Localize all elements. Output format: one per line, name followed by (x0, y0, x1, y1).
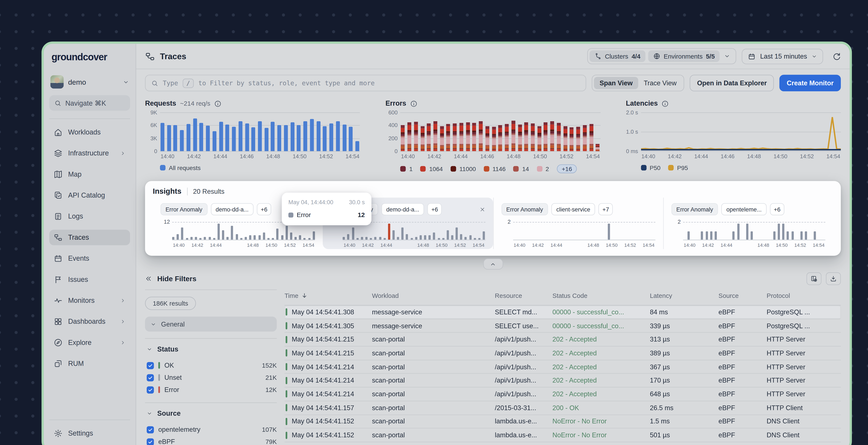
stacked-bar (440, 126, 444, 151)
environments-chip[interactable]: Environments 5/5 (648, 51, 720, 62)
sidebar-item-infrastructure[interactable]: Infrastructure (49, 146, 130, 161)
insight-more-chip[interactable]: +7 (598, 203, 613, 215)
table-row[interactable]: May 04 14:54:41.152scan-portallambda.us-… (284, 442, 841, 445)
sidebar-item-settings[interactable]: Settings (49, 426, 130, 441)
filter-search-input[interactable]: Type / to Filter by status, role, event … (145, 75, 586, 91)
checkbox-checked[interactable] (147, 426, 154, 433)
clusters-chip[interactable]: Clusters 4/4 (589, 51, 645, 62)
insight-more-chip[interactable]: +6 (428, 203, 442, 215)
insight-type-chip[interactable]: Error Anomaly (161, 203, 208, 215)
insight-value-chip[interactable]: client-service (551, 203, 595, 215)
cell-workload: scan-portal (372, 363, 495, 371)
sidebar-item-logs[interactable]: Logs (49, 209, 130, 224)
table-row[interactable]: May 04 14:54:41.305message-serviceSELECT… (284, 319, 841, 333)
span-view-tab[interactable]: Span View (594, 77, 638, 89)
sidebar-item-monitors[interactable]: Monitors (49, 293, 130, 308)
insight-value-chip[interactable]: demo-dd-a... (381, 203, 424, 215)
table-row[interactable]: May 04 14:54:41.152scan-portallambda.us-… (284, 415, 841, 428)
workspace-switcher[interactable]: demo (51, 75, 129, 89)
sidebar-item-explore[interactable]: Explore (49, 335, 130, 350)
sort-descending-icon[interactable] (301, 292, 308, 299)
sidebar-divider (49, 119, 130, 119)
insight-card[interactable]: Error Anomalyclient-service+7214:4014:42… (493, 198, 663, 249)
minichart-max-label: 2 (501, 219, 511, 237)
sidebar-item-label: Explore (68, 339, 92, 346)
minichart-bar (460, 234, 462, 240)
minichart-x-tick (228, 243, 241, 248)
insight-value-chip[interactable]: demo-dd-a... (211, 203, 254, 215)
table-row[interactable]: May 04 14:54:41.214scan-portal/api/v1/pu… (284, 387, 841, 401)
cell-latency: 367 µs (650, 363, 718, 371)
toolbar: Type / to Filter by status, role, event … (136, 69, 850, 93)
column-header-protocol[interactable]: Protocol (767, 292, 841, 299)
scope-selector[interactable]: Clusters 4/4 Environments 5/5 (587, 48, 737, 64)
checkbox-checked[interactable] (147, 362, 154, 369)
column-header-source[interactable]: Source (718, 292, 767, 299)
insight-more-chip[interactable]: +6 (257, 203, 271, 215)
sidebar-item-label: Traces (68, 233, 89, 241)
errors-chart-header: Errors (385, 100, 600, 107)
minichart-bar (456, 227, 458, 239)
x-tick: 14:42 (668, 153, 682, 159)
sidebar-item-traces[interactable]: Traces (49, 230, 130, 245)
x-tick: 14:44 (454, 153, 468, 159)
table-row[interactable]: May 04 14:54:41.152scan-portallambda.us-… (284, 428, 841, 442)
insight-type-chip[interactable]: Error Anomaly (671, 203, 718, 215)
column-header-time[interactable]: Time (284, 292, 372, 299)
table-row[interactable]: May 04 14:54:41.215scan-portal/api/v1/pu… (284, 333, 841, 347)
sidebar-item-api-catalog[interactable]: API Catalog (49, 188, 130, 203)
sidebar-item-rum[interactable]: RUM (49, 356, 130, 371)
minichart-bar (424, 235, 426, 240)
table-row[interactable]: May 04 14:54:41.308message-serviceSELECT… (284, 306, 841, 319)
download-button[interactable] (826, 273, 841, 285)
checkbox-checked[interactable] (147, 386, 154, 393)
table-row[interactable]: May 04 14:54:41.215scan-portal/api/v1/pu… (284, 347, 841, 360)
filter-section-status[interactable]: Status (145, 345, 277, 353)
compass-icon (54, 338, 62, 347)
sidebar-item-workloads[interactable]: Workloads (49, 124, 130, 140)
minichart-bar (800, 231, 802, 240)
filters-panel: 186K results General StatusOK152KUnset21… (145, 290, 277, 445)
navigate-search[interactable]: Navigate ⌘K (49, 95, 130, 110)
insight-value-chip[interactable]: openteleme... (721, 203, 767, 215)
sidebar-item-dashboards[interactable]: Dashboards (49, 314, 130, 329)
minichart-max-label: 12 (161, 219, 170, 237)
x-tick: 14:50 (293, 153, 307, 159)
environments-label: Environments (664, 53, 703, 59)
x-tick: 14:52 (800, 153, 814, 159)
workspace-name: demo (68, 78, 86, 86)
filter-group-general[interactable]: General (145, 317, 277, 332)
table-row[interactable]: May 04 14:54:41.214scan-portal/api/v1/pu… (284, 360, 841, 374)
chevron-right-icon (120, 319, 126, 324)
checkbox-checked[interactable] (147, 374, 154, 381)
y-tick: 0 (395, 148, 398, 154)
table-row[interactable]: May 04 14:54:41.157scan-portal/2015-03-3… (284, 401, 841, 415)
sidebar-item-issues[interactable]: Issues (49, 272, 130, 287)
insight-card[interactable]: Error Anomalyopenteleme...+6214:4014:421… (663, 198, 833, 249)
refresh-button[interactable] (832, 52, 841, 61)
add-column-button[interactable] (806, 273, 822, 285)
insight-more-chip[interactable]: +6 (770, 203, 784, 215)
table-row[interactable]: May 04 14:54:41.214scan-portal/api/v1/pu… (284, 374, 841, 387)
legend-item: P95 (668, 164, 688, 171)
sidebar-item-events[interactable]: Events (49, 251, 130, 266)
create-monitor-button[interactable]: Create Monitor (779, 75, 841, 91)
legend-more-badge[interactable]: +16 (557, 164, 577, 173)
cell-latency: 501 µs (650, 431, 718, 439)
time-range-picker[interactable]: Last 15 minutes (742, 48, 823, 64)
hide-filters-button[interactable]: Hide Filters (145, 275, 196, 283)
filter-section-source[interactable]: Source (145, 410, 277, 417)
column-header-latency[interactable]: Latency (650, 292, 718, 299)
sidebar-item-map[interactable]: Map (49, 167, 130, 182)
open-data-explorer-button[interactable]: Open in Data Explorer (690, 75, 774, 91)
column-header-workload[interactable]: Workload (372, 292, 495, 299)
trace-view-tab[interactable]: Trace View (638, 77, 682, 89)
column-header-resource[interactable]: Resource (495, 292, 552, 299)
close-icon[interactable] (479, 206, 485, 212)
collapse-insights-button[interactable] (483, 258, 503, 269)
insight-type-chip[interactable]: Error Anomaly (501, 203, 548, 215)
checkbox-checked[interactable] (147, 438, 154, 445)
column-header-status-code[interactable]: Status Code (552, 292, 650, 299)
bar (258, 122, 262, 151)
gear-icon (54, 429, 62, 438)
